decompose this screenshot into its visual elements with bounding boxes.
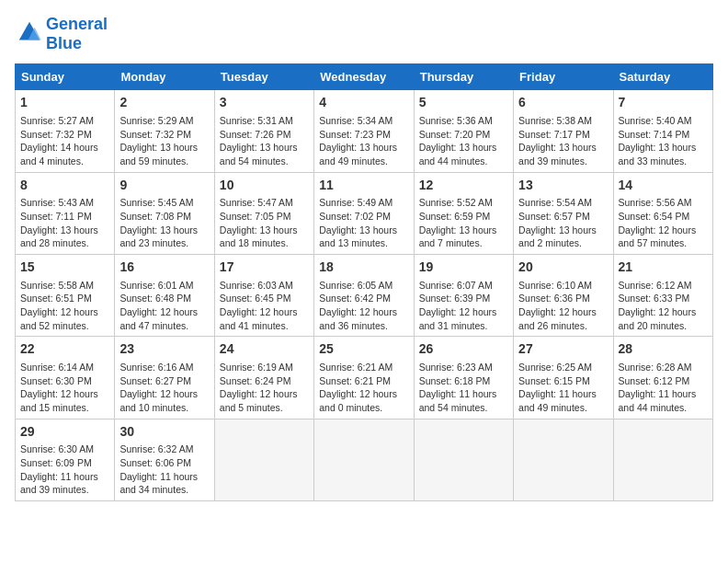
calendar-week-row: 1Sunrise: 5:27 AMSunset: 7:32 PMDaylight… xyxy=(16,90,713,172)
calendar-day: 9Sunrise: 5:45 AMSunset: 7:08 PMDaylight… xyxy=(115,172,214,254)
calendar-day xyxy=(414,419,513,500)
calendar-day: 14Sunrise: 5:56 AMSunset: 6:54 PMDayligh… xyxy=(613,172,712,254)
calendar-day: 4Sunrise: 5:34 AMSunset: 7:23 PMDaylight… xyxy=(314,90,414,172)
calendar-day: 22Sunrise: 6:14 AMSunset: 6:30 PMDayligh… xyxy=(16,337,115,419)
calendar-day: 10Sunrise: 5:47 AMSunset: 7:05 PMDayligh… xyxy=(214,172,313,254)
calendar-day: 30Sunrise: 6:32 AMSunset: 6:06 PMDayligh… xyxy=(115,419,214,500)
weekday-header: Sunday xyxy=(16,64,115,90)
calendar-day: 19Sunrise: 6:07 AMSunset: 6:39 PMDayligh… xyxy=(414,255,513,337)
calendar-day xyxy=(613,419,712,500)
calendar-day: 18Sunrise: 6:05 AMSunset: 6:42 PMDayligh… xyxy=(314,255,414,337)
calendar-day: 8Sunrise: 5:43 AMSunset: 7:11 PMDaylight… xyxy=(16,172,115,254)
calendar-day: 2Sunrise: 5:29 AMSunset: 7:32 PMDaylight… xyxy=(115,90,214,172)
calendar-day: 7Sunrise: 5:40 AMSunset: 7:14 PMDaylight… xyxy=(613,90,712,172)
calendar-day: 11Sunrise: 5:49 AMSunset: 7:02 PMDayligh… xyxy=(314,172,414,254)
calendar-day: 3Sunrise: 5:31 AMSunset: 7:26 PMDaylight… xyxy=(214,90,313,172)
calendar-week-row: 29Sunrise: 6:30 AMSunset: 6:09 PMDayligh… xyxy=(16,419,713,500)
weekday-header: Saturday xyxy=(613,64,712,90)
calendar-day: 29Sunrise: 6:30 AMSunset: 6:09 PMDayligh… xyxy=(16,419,115,500)
page-header: General Blue xyxy=(15,15,713,52)
weekday-header: Friday xyxy=(514,64,613,90)
calendar-day: 25Sunrise: 6:21 AMSunset: 6:21 PMDayligh… xyxy=(314,337,414,419)
calendar-day: 27Sunrise: 6:25 AMSunset: 6:15 PMDayligh… xyxy=(514,337,613,419)
calendar-day: 12Sunrise: 5:52 AMSunset: 6:59 PMDayligh… xyxy=(414,172,513,254)
calendar-day xyxy=(314,419,414,500)
weekday-header: Tuesday xyxy=(214,64,313,90)
calendar-day: 15Sunrise: 5:58 AMSunset: 6:51 PMDayligh… xyxy=(16,255,115,337)
calendar-day: 24Sunrise: 6:19 AMSunset: 6:24 PMDayligh… xyxy=(214,337,313,419)
calendar-day: 17Sunrise: 6:03 AMSunset: 6:45 PMDayligh… xyxy=(214,255,313,337)
calendar-table: SundayMondayTuesdayWednesdayThursdayFrid… xyxy=(15,63,713,501)
calendar-week-row: 22Sunrise: 6:14 AMSunset: 6:30 PMDayligh… xyxy=(16,337,713,419)
calendar-day: 20Sunrise: 6:10 AMSunset: 6:36 PMDayligh… xyxy=(514,255,613,337)
calendar-week-row: 8Sunrise: 5:43 AMSunset: 7:11 PMDaylight… xyxy=(16,172,713,254)
weekday-header: Thursday xyxy=(414,64,513,90)
calendar-day: 26Sunrise: 6:23 AMSunset: 6:18 PMDayligh… xyxy=(414,337,513,419)
calendar-day: 13Sunrise: 5:54 AMSunset: 6:57 PMDayligh… xyxy=(514,172,613,254)
weekday-header-row: SundayMondayTuesdayWednesdayThursdayFrid… xyxy=(16,64,713,90)
calendar-day: 23Sunrise: 6:16 AMSunset: 6:27 PMDayligh… xyxy=(115,337,214,419)
calendar-week-row: 15Sunrise: 5:58 AMSunset: 6:51 PMDayligh… xyxy=(16,255,713,337)
calendar-day: 5Sunrise: 5:36 AMSunset: 7:20 PMDaylight… xyxy=(414,90,513,172)
weekday-header: Monday xyxy=(115,64,214,90)
calendar-day: 16Sunrise: 6:01 AMSunset: 6:48 PMDayligh… xyxy=(115,255,214,337)
calendar-day xyxy=(214,419,313,500)
logo: General Blue xyxy=(15,15,108,52)
calendar-day: 6Sunrise: 5:38 AMSunset: 7:17 PMDaylight… xyxy=(514,90,613,172)
calendar-day xyxy=(514,419,613,500)
calendar-day: 1Sunrise: 5:27 AMSunset: 7:32 PMDaylight… xyxy=(16,90,115,172)
weekday-header: Wednesday xyxy=(314,64,414,90)
calendar-day: 21Sunrise: 6:12 AMSunset: 6:33 PMDayligh… xyxy=(613,255,712,337)
calendar-day: 28Sunrise: 6:28 AMSunset: 6:12 PMDayligh… xyxy=(613,337,712,419)
